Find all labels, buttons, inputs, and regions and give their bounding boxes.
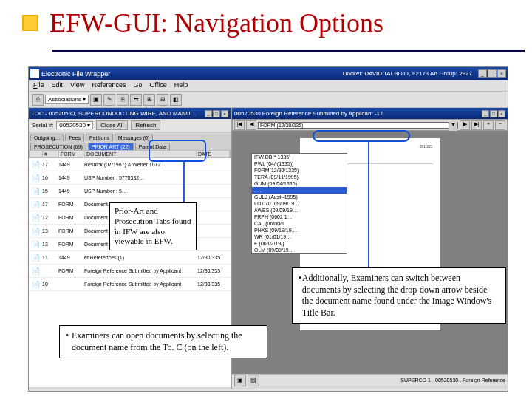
tool-btn-6[interactable]: ⊟ [157, 94, 168, 106]
toc-min-button[interactable]: _ [205, 110, 212, 117]
tab-prosecution[interactable]: PROSECUTION (69) [30, 143, 86, 150]
doc-tool-2[interactable]: − [495, 120, 505, 130]
dropdown-item[interactable]: FORM(12/30/1335) [252, 167, 347, 174]
dropdown-item[interactable]: FRPH (0602 1… [252, 214, 347, 220]
close-all-button[interactable]: Close All [96, 120, 128, 130]
toc-max-button[interactable]: □ [213, 110, 220, 117]
tab-messages[interactable]: Messages (0) [115, 134, 153, 141]
connector-2 [368, 142, 369, 267]
dropdown-item[interactable]: . . . [252, 187, 347, 194]
dropdown-list-open[interactable]: IFW DB(* 1335)PWL (04/ (1335))FORM(12/30… [251, 153, 347, 254]
image-title-text: 00520530 Foreign Reference Submitted by … [234, 110, 383, 117]
app-icon [30, 69, 39, 78]
toc-tabs-row1: Outgoing… Fees Petitions Messages (0) [29, 132, 231, 141]
table-row[interactable]: 📄161449USP Number : 5770332… [29, 171, 231, 185]
document-dropdown[interactable]: FORM (12/30/335) ▼ [258, 122, 458, 129]
toolbar: ⎙ Associations ▾ ▣ ✎ ⎘ ⇆ ⊞ ⊟ ◧ [29, 92, 508, 108]
tool-btn-1[interactable]: ▣ [90, 94, 102, 106]
callout-tabs: Prior-Art and Prosecution Tabs found in … [109, 202, 197, 250]
menu-file[interactable]: File [33, 81, 44, 89]
tab-fees[interactable]: Fees [65, 134, 84, 141]
tool-btn-7[interactable]: ◧ [170, 94, 182, 106]
doc-viewer-toolbar: |◀ ◀ FORM (12/30/335) ▼ ▶ ▶| + − [232, 119, 508, 131]
table-row[interactable]: 📄111449et References (1)12/30/335 [29, 251, 231, 265]
toc-tabs-row2: PROSECUTION (69) PRIOR ART (22) Parent D… [29, 141, 231, 150]
tab-parent-data[interactable]: Parent Data [135, 143, 170, 150]
dropdown-item[interactable]: GULJ (Aust--1995) [252, 194, 347, 200]
col-form[interactable]: FORM [59, 151, 85, 157]
dropdown-arrow-icon[interactable]: ▼ [449, 122, 457, 132]
dropdown-value: FORM (12/30/335) [260, 123, 303, 128]
col-icon[interactable] [30, 151, 43, 157]
dropdown-item[interactable]: AWES (09/09/19… [252, 207, 347, 214]
doc-last-button[interactable]: ▶| [471, 120, 482, 130]
associations-select[interactable]: Associations ▾ [45, 95, 89, 104]
menu-references[interactable]: References [92, 81, 126, 89]
tab-prior-art[interactable]: PRIOR ART (22) [88, 143, 134, 150]
toc-title-text: TOC - 00520530, SUPERCONDUCTING WIRE, AN… [31, 110, 196, 117]
dropdown-item[interactable]: CA , (06/00/1… [252, 220, 347, 227]
tool-btn-4[interactable]: ⇆ [130, 94, 142, 106]
title-underline [52, 50, 525, 52]
dropdown-item[interactable]: GUM (09/04/1335) [252, 180, 347, 187]
doc-next-button[interactable]: ▶ [460, 120, 470, 130]
toc-list-header: # FORM DOCUMENT DATE [29, 150, 231, 158]
dropdown-item[interactable]: E (06/02/19/) [252, 240, 347, 247]
col-num[interactable]: # [43, 151, 59, 157]
menu-view[interactable]: View [70, 81, 84, 89]
doc-tool-1[interactable]: + [483, 120, 494, 130]
toc-titlebar[interactable]: TOC - 00520530, SUPERCONDUCTING WIRE, AN… [29, 108, 231, 119]
img-min-button[interactable]: _ [482, 110, 489, 117]
serial-label: Serial #: [32, 122, 53, 129]
docket-label: Docket: DAVID TALBOTT, 82173 Art Group: … [343, 70, 472, 77]
dropdown-item[interactable]: TERA (09/11/1995) [252, 174, 347, 180]
col-doc[interactable]: DOCUMENT [85, 151, 197, 157]
image-titlebar[interactable]: 00520530 Foreign Reference Submitted by … [232, 108, 508, 119]
tab-petitions[interactable]: Petitions [86, 134, 113, 141]
refresh-button[interactable]: Refresh [131, 120, 160, 130]
document-area[interactable]: IFW DB(* 1335)PWL (04/ (1335))FORM(12/30… [232, 131, 508, 386]
menu-office[interactable]: Office [149, 81, 166, 89]
app-title: Electronic File Wrapper [41, 70, 110, 78]
maximize-button[interactable]: □ [488, 69, 497, 78]
dropdown-item[interactable]: PWL (04/ (1335)) [252, 160, 347, 167]
menu-edit[interactable]: Edit [52, 81, 64, 89]
toc-close-button[interactable]: × [221, 110, 228, 117]
tool-btn-3[interactable]: ⎘ [117, 94, 129, 106]
btm-tool-1[interactable]: ▣ [234, 375, 246, 386]
connector-1 [183, 161, 185, 205]
callout-dropdown: •Additionally, Examiners can switch betw… [292, 267, 506, 324]
table-row[interactable]: 📄10Foreign Reference Submitted by Applic… [29, 278, 231, 291]
tab-outgoing[interactable]: Outgoing… [30, 134, 64, 141]
window-titlebar[interactable]: Electronic File Wrapper Docket: DAVID TA… [29, 67, 508, 80]
slide-title: EFW-GUI: Navigation Options [50, 7, 383, 38]
dropdown-item[interactable]: PHXS (09/19/19… [252, 227, 347, 233]
dropdown-item[interactable]: OLM (09/09/19… [252, 247, 347, 253]
dropdown-item[interactable]: IFW DB(* 1335) [252, 154, 347, 160]
col-date[interactable]: DATE [197, 151, 230, 157]
doc-prev-button[interactable]: ◀ [246, 120, 256, 130]
doc-first-button[interactable]: |◀ [234, 120, 245, 130]
serial-select[interactable]: 00520530 ▾ [56, 121, 93, 129]
btm-tool-2[interactable]: ▤ [248, 375, 259, 386]
btm-status: SUPERCO 1 - 00520530 , Foreign Reference [400, 378, 505, 383]
menu-help[interactable]: Help [174, 81, 188, 89]
callout-toc: •Examiners can open documents by selecti… [59, 325, 267, 358]
tool-icon[interactable]: ⎙ [32, 94, 44, 106]
tool-btn-2[interactable]: ✎ [103, 94, 115, 106]
table-row[interactable]: 📄FORMForeign Reference Submitted by Appl… [29, 265, 231, 278]
img-max-button[interactable]: □ [490, 110, 497, 117]
minimize-button[interactable]: _ [478, 69, 487, 78]
slide-title-row: EFW-GUI: Navigation Options [0, 0, 532, 50]
bottom-toolbar: ▣ ▤ SUPERCO 1 - 00520530 , Foreign Refer… [232, 374, 508, 386]
menu-go[interactable]: Go [133, 81, 142, 89]
image-pane: 00520530 Foreign Reference Submitted by … [232, 108, 508, 389]
table-row[interactable]: 📄151449USP Number : 5… [29, 185, 231, 198]
dropdown-item[interactable]: WR (01/01/19… [252, 233, 347, 240]
tool-btn-5[interactable]: ⊞ [143, 94, 155, 106]
menu-bar: File Edit View References Go Office Help [29, 80, 508, 92]
img-close-button[interactable]: × [498, 110, 505, 117]
table-row[interactable]: 📄171449Resnick (07/1987) & Weber 1072 [29, 158, 231, 171]
dropdown-item[interactable]: LD 070 (09/09/19… [252, 200, 347, 207]
close-button[interactable]: × [497, 69, 506, 78]
